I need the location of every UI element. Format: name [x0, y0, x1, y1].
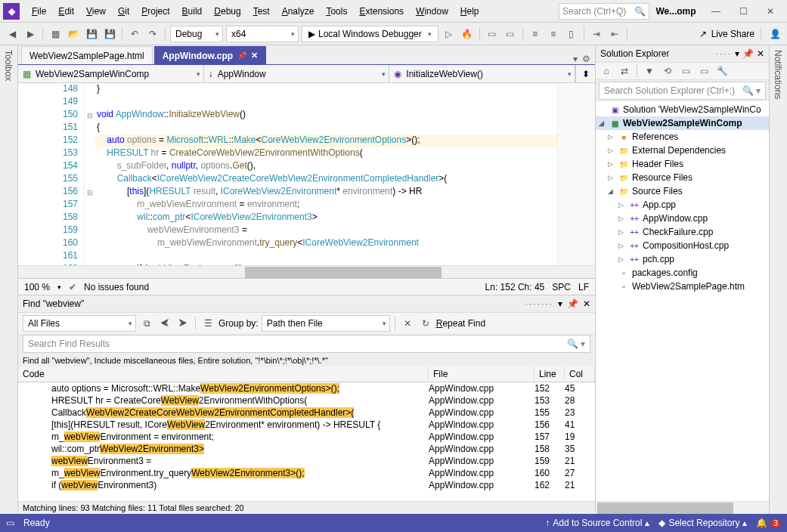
nav-scope[interactable]: ▦WebView2SampleWinComp — [18, 65, 204, 82]
nav-member[interactable]: ◉InitializeWebView() — [389, 65, 575, 82]
tree-item[interactable]: ▷📁Resource Files — [596, 171, 769, 184]
find-dropdown-icon[interactable]: ▾ — [558, 298, 562, 309]
menu-extensions[interactable]: Extensions — [353, 3, 410, 20]
tree-item[interactable]: ▫packages.config — [596, 266, 769, 280]
sync-icon[interactable]: ⟲ — [660, 63, 675, 79]
tree-item[interactable]: ▣Solution 'WebView2SampleWinCo — [596, 103, 769, 116]
tree-item[interactable]: ▷++AppWindow.cpp — [596, 212, 769, 225]
tree-item[interactable]: ▷📁Header Files — [596, 157, 769, 171]
liveshare-label[interactable]: Live Share — [711, 29, 754, 39]
start-no-debug-icon[interactable]: ▷ — [442, 26, 457, 42]
pin-icon[interactable]: 📌 — [567, 298, 578, 309]
menu-view[interactable]: View — [80, 3, 112, 20]
uncomment-icon[interactable]: ≡ — [546, 26, 561, 42]
find-results-search[interactable]: Search Find Results🔍 ▾ — [23, 335, 590, 353]
menu-debug[interactable]: Debug — [208, 3, 246, 20]
zoom-level[interactable]: 100 % — [24, 282, 50, 292]
new-project-icon[interactable]: ▦ — [48, 26, 63, 42]
indent-icon[interactable]: ⇥ — [589, 26, 604, 42]
code-editor[interactable]: 1481491501511521531541551561571581591601… — [18, 83, 595, 265]
menu-tools[interactable]: Tools — [320, 3, 353, 20]
groupby-combo[interactable]: Path then File — [262, 315, 390, 332]
find-result-row[interactable]: CallbackWebView2CreateCoreWebView2Enviro… — [18, 407, 595, 419]
doc-dropdown-icon[interactable]: ▾ — [573, 54, 578, 64]
run-button[interactable]: ▶Local Windows Debugger▾ — [302, 26, 438, 42]
gear-icon[interactable]: ⚙ — [582, 54, 590, 64]
browser-link-icon[interactable]: ▭ — [485, 26, 500, 42]
notifications-bell[interactable]: 🔔3 — [756, 518, 781, 528]
explorer-search[interactable]: Search Solution Explorer (Ctrl+;)🔍 ▾ — [599, 82, 766, 100]
close-tab-icon[interactable]: ✕ — [251, 51, 258, 60]
find-result-row[interactable]: [this](HRESULT result, ICoreWebView2Envi… — [18, 419, 595, 431]
find-result-row[interactable]: if (webViewEnvironment3)AppWindow.cpp162… — [18, 479, 595, 491]
nav-back-icon[interactable]: ◀ — [5, 26, 20, 42]
account-icon[interactable]: 👤 — [767, 26, 782, 42]
explorer-pin-icon[interactable]: 📌 — [742, 48, 754, 59]
properties-icon[interactable]: 🔧 — [714, 63, 730, 79]
tree-item[interactable]: ▷++pch.cpp — [596, 252, 769, 266]
find-result-row[interactable]: wil::com_ptrWebView2Environment3>AppWind… — [18, 443, 595, 455]
menu-git[interactable]: Git — [112, 3, 135, 20]
menu-window[interactable]: Window — [410, 3, 454, 20]
redo-icon[interactable]: ↷ — [145, 26, 160, 42]
show-all-icon[interactable]: ▭ — [678, 63, 693, 79]
collapse-icon[interactable]: ▭ — [696, 63, 711, 79]
menu-edit[interactable]: Edit — [52, 3, 80, 20]
hot-reload-icon[interactable]: 🔥 — [460, 26, 475, 42]
output-icon[interactable]: ▭ — [6, 518, 14, 528]
nav-class[interactable]: ↓AppWindow — [204, 65, 390, 82]
open-file-icon[interactable]: 📂 — [66, 26, 81, 42]
toggle-icon[interactable]: ▭ — [503, 26, 518, 42]
source-control-button[interactable]: ↑Add to Source Control▴ — [545, 518, 649, 528]
tree-item[interactable]: ▷++CheckFailure.cpp — [596, 225, 769, 239]
find-result-row[interactable]: m_webViewEnvironment.try_queryWebView2En… — [18, 467, 595, 479]
find-result-row[interactable]: auto options = Microsoft::WRL::MakeWebVi… — [18, 382, 595, 394]
cancel-icon[interactable]: ✕ — [400, 316, 415, 331]
menu-test[interactable]: Test — [247, 3, 276, 20]
switch-views-icon[interactable]: ⇄ — [617, 63, 632, 79]
split-editor-icon[interactable]: ⬍ — [575, 65, 595, 82]
filter-icon[interactable]: ▼ — [642, 63, 657, 79]
explorer-dropdown-icon[interactable]: ▾ — [735, 48, 739, 59]
repeat-find-link[interactable]: Repeat Find — [436, 318, 485, 329]
menu-help[interactable]: Help — [454, 3, 485, 20]
platform-combo[interactable]: x64 — [226, 26, 299, 42]
tree-item[interactable]: ▷++CompositionHost.cpp — [596, 239, 769, 252]
tree-item[interactable]: ◢📁Source Files — [596, 184, 769, 198]
toolbox-tab[interactable]: Toolbox — [0, 45, 18, 514]
config-combo[interactable]: Debug — [170, 26, 223, 42]
close-button[interactable]: ✕ — [757, 2, 784, 21]
find-scope-combo[interactable]: All Files — [23, 315, 136, 332]
bookmark-icon[interactable]: ▯ — [564, 26, 579, 42]
tree-item[interactable]: ▷++App.cpp — [596, 198, 769, 212]
doc-tab[interactable]: AppWindow.cpp📌✕ — [154, 46, 266, 64]
refresh-icon[interactable]: ↻ — [418, 316, 433, 331]
explorer-hscroll[interactable] — [596, 501, 769, 514]
nav-fwd-icon[interactable]: ▶ — [23, 26, 38, 42]
maximize-button[interactable]: ☐ — [730, 2, 757, 21]
find-result-row[interactable]: HRESULT hr = CreateCoreWebView2Environme… — [18, 394, 595, 407]
menu-analyze[interactable]: Analyze — [276, 3, 321, 20]
list-view-icon[interactable]: ☰ — [200, 316, 215, 331]
save-all-icon[interactable]: 💾 — [102, 26, 117, 42]
pin-icon[interactable]: 📌 — [237, 51, 246, 60]
editor-hscroll[interactable] — [18, 265, 595, 278]
home-icon[interactable]: ⌂ — [599, 63, 614, 79]
minimap[interactable] — [557, 83, 595, 265]
find-results-list[interactable]: auto options = Microsoft::WRL::MakeWebVi… — [18, 382, 595, 501]
find-result-row[interactable]: m_webViewEnvironment = environment;AppWi… — [18, 431, 595, 443]
outdent-icon[interactable]: ⇤ — [607, 26, 622, 42]
doc-tab[interactable]: WebView2SamplePage.html — [21, 46, 153, 64]
menu-file[interactable]: File — [26, 3, 52, 20]
prev-result-icon[interactable]: ⮜ — [157, 316, 172, 331]
minimize-button[interactable]: — — [702, 2, 730, 21]
tree-item[interactable]: ▷■References — [596, 130, 769, 144]
find-result-row[interactable]: webViewEnvironment3 =AppWindow.cpp15921 — [18, 455, 595, 467]
tree-item[interactable]: ◢▦WebView2SampleWinComp — [596, 116, 769, 130]
menu-project[interactable]: Project — [135, 3, 175, 20]
tree-item[interactable]: ▫WebView2SamplePage.htm — [596, 280, 769, 293]
explorer-close-icon[interactable]: ✕ — [757, 48, 764, 59]
liveshare-icon[interactable]: ↗ — [699, 29, 707, 39]
menu-build[interactable]: Build — [176, 3, 209, 20]
undo-icon[interactable]: ↶ — [127, 26, 142, 42]
